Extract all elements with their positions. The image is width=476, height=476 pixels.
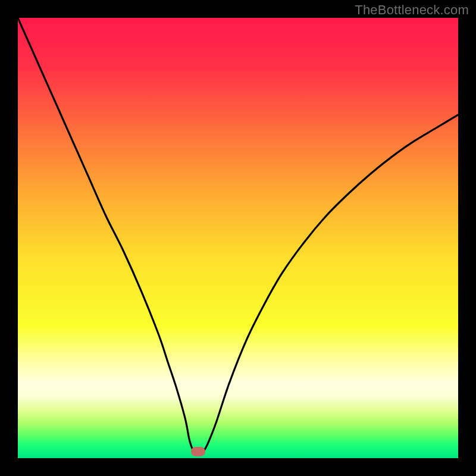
min-marker	[191, 447, 205, 456]
bottleneck-curve	[18, 18, 458, 452]
plot-area	[18, 18, 458, 458]
watermark-text: TheBottleneck.com	[355, 2, 469, 18]
chart-frame: TheBottleneck.com	[0, 0, 476, 476]
curve-layer	[18, 18, 458, 458]
